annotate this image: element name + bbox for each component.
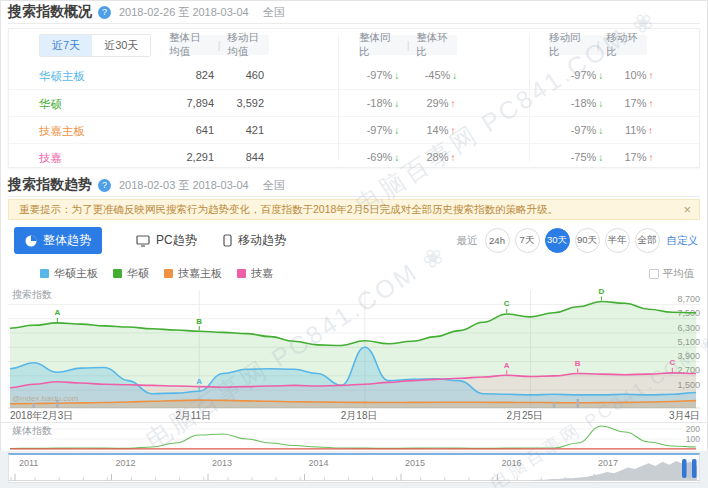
overall-avg-value: 7,894 xyxy=(149,97,214,109)
overall-mom: 28% xyxy=(411,151,471,163)
overview-header: 搜索指数概况 ? 2018-02-26 至 2018-03-04 全国 xyxy=(8,1,700,24)
keyword-link[interactable]: 华硕 xyxy=(39,97,62,112)
legend-swatch-icon xyxy=(237,269,246,278)
tab-7days[interactable]: 近7天 xyxy=(40,35,92,56)
event-marker[interactable]: A xyxy=(196,377,202,386)
legend-swatch-icon xyxy=(113,269,122,278)
overall-yoy: -97% xyxy=(353,69,413,81)
chart-credit-watermark: @index.baidu.com xyxy=(12,394,79,403)
table-row: 华硕主板 824 460 -97% -45% -97% 10% xyxy=(9,62,699,89)
keyword-link[interactable]: 技嘉主板 xyxy=(39,124,85,139)
trend-arrow-icon xyxy=(598,125,603,136)
svg-text:200: 200 xyxy=(686,424,700,434)
x-axis-date: 2月25日 xyxy=(506,409,543,423)
header-daily-avg: 整体日均值|移动日均值 xyxy=(169,35,269,55)
range-all[interactable]: 全部 xyxy=(635,228,660,253)
legend-item[interactable]: 华硕主板 xyxy=(40,266,98,281)
trend-arrow-icon xyxy=(649,70,654,81)
navigator-handle-left[interactable] xyxy=(682,459,687,478)
range-7d[interactable]: 7天 xyxy=(515,228,540,253)
overview-date-range: 2018-02-26 至 2018-03-04 xyxy=(119,5,249,20)
overall-avg-value: 824 xyxy=(149,69,214,81)
legend-item[interactable]: 技嘉主板 xyxy=(164,266,222,281)
mobile-avg-value: 460 xyxy=(219,69,264,81)
event-marker[interactable]: B xyxy=(575,359,581,368)
event-marker[interactable]: A xyxy=(54,308,60,317)
media-index-chart: 200100 xyxy=(0,422,708,451)
mobile-yoy: -97% xyxy=(557,69,617,81)
navigator-year-label: 2011 xyxy=(19,458,38,468)
legend-swatch-icon xyxy=(164,269,173,278)
mobile-avg-value: 844 xyxy=(219,151,264,163)
overall-mom: 14% xyxy=(411,124,471,136)
notice-text: 重要提示：为了更准确反映网民搜索行为趋势变化，百度指数于2018年2月5日完成对… xyxy=(19,203,558,215)
legend-item[interactable]: 技嘉 xyxy=(237,266,273,281)
trend-arrow-icon xyxy=(598,98,603,109)
overview-table: 近7天 近30天 整体日均值|移动日均值 整体同比|整体环比 移动同比|移动环比… xyxy=(8,28,700,168)
news-event-bar[interactable] xyxy=(32,403,34,408)
mobile-yoy: -75% xyxy=(557,151,617,163)
legend-label: 华硕主板 xyxy=(54,266,98,281)
trend-arrow-icon xyxy=(394,125,399,136)
overall-yoy: -97% xyxy=(353,124,413,136)
range-90d[interactable]: 90天 xyxy=(575,228,600,253)
mobile-yoy: -97% xyxy=(557,124,617,136)
overall-mom: -45% xyxy=(411,69,471,81)
range-30d[interactable]: 30天 xyxy=(545,228,570,253)
trend-date-range: 2018-02-03 至 2018-03-04 xyxy=(119,178,249,193)
mobile-avg-value: 3,592 xyxy=(219,97,264,109)
event-marker[interactable]: C xyxy=(669,358,675,367)
average-checkbox[interactable]: 平均值 xyxy=(649,267,695,281)
tab-overall-trend[interactable]: 整体趋势 xyxy=(14,227,102,254)
trend-arrow-icon xyxy=(394,98,399,109)
trend-arrow-icon xyxy=(649,152,654,163)
event-marker[interactable]: D xyxy=(598,287,604,296)
search-index-chart[interactable]: 8,7007,5006,3005,1003,9002,7001,500AABCD… xyxy=(0,282,708,409)
trend-arrow-icon xyxy=(394,152,399,163)
timeline-navigator[interactable]: 2011201220132014201520162017 xyxy=(8,453,700,483)
range-half-year[interactable]: 半年 xyxy=(605,228,630,253)
x-axis-date: 2018年2月3日 xyxy=(10,409,73,423)
checkbox-icon[interactable] xyxy=(649,269,659,279)
trend-title: 搜索指数趋势 xyxy=(8,176,92,194)
news-event-bar[interactable] xyxy=(553,402,555,408)
event-marker[interactable]: A xyxy=(504,361,510,370)
mobile-mom: 17% xyxy=(609,97,669,109)
range-custom[interactable]: 自定义 xyxy=(667,234,699,248)
trend-arrow-icon xyxy=(648,125,653,136)
legend-item[interactable]: 华硕 xyxy=(113,266,149,281)
overall-mom: 29% xyxy=(411,97,471,109)
tab-30days[interactable]: 近30天 xyxy=(92,35,150,56)
table-row: 技嘉 2,291 844 -69% 28% -75% 17% xyxy=(9,143,699,170)
header-overall-compare: 整体同比|整体环比 xyxy=(359,35,457,55)
legend-label: 技嘉 xyxy=(251,266,273,281)
overall-avg-value: 641 xyxy=(149,124,214,136)
phone-icon xyxy=(223,234,232,247)
close-icon[interactable]: × xyxy=(683,200,691,219)
event-marker[interactable]: C xyxy=(504,299,510,308)
trend-region: 全国 xyxy=(263,178,285,193)
navigator-handle-right[interactable] xyxy=(692,459,697,478)
timeline-navigator-chart[interactable]: 2011201220132014201520162017 xyxy=(9,455,699,482)
mobile-avg-value: 421 xyxy=(219,124,264,136)
navigator-year-label: 2017 xyxy=(598,458,618,468)
help-icon[interactable]: ? xyxy=(98,179,111,192)
event-marker[interactable]: B xyxy=(196,317,202,326)
legend-label: 华硕 xyxy=(127,266,149,281)
keyword-link[interactable]: 华硕主板 xyxy=(39,69,85,84)
x-axis-date: 2月18日 xyxy=(341,409,378,423)
trend-arrow-icon xyxy=(451,98,456,109)
mobile-mom: 11% xyxy=(609,124,669,136)
help-icon[interactable]: ? xyxy=(98,6,111,19)
trend-arrow-icon xyxy=(649,98,654,109)
trend-header: 搜索指数趋势 ? 2018-02-03 至 2018-03-04 全国 xyxy=(8,174,700,197)
trend-arrow-icon xyxy=(394,70,399,81)
tab-mobile-trend[interactable]: 移动趋势 xyxy=(223,232,286,249)
mobile-yoy: -18% xyxy=(557,97,617,109)
tab-pc-trend[interactable]: PC趋势 xyxy=(136,232,197,249)
media-index-axis-label: 媒体指数 xyxy=(12,424,52,438)
news-event-bar[interactable] xyxy=(577,399,579,408)
range-24h[interactable]: 24h xyxy=(485,228,510,253)
keyword-link[interactable]: 技嘉 xyxy=(39,151,62,166)
navigator-year-label: 2015 xyxy=(405,458,425,468)
